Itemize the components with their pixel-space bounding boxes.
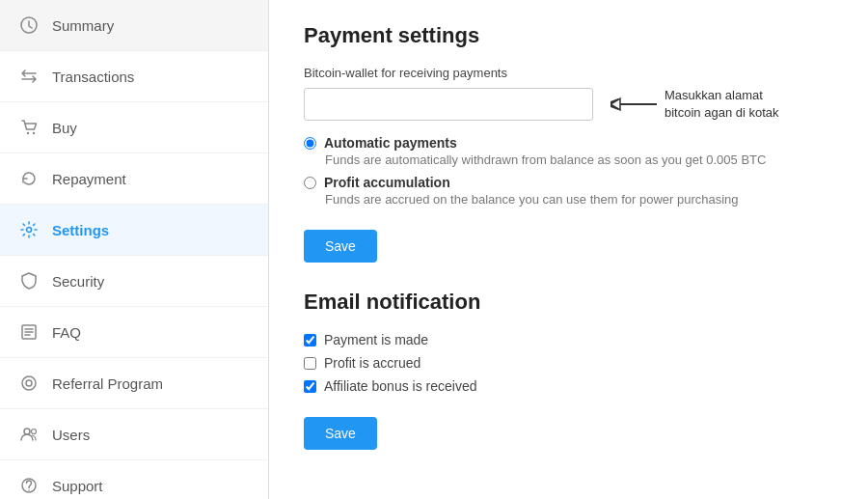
repayment-icon [19,169,39,188]
profit-accum-desc: Funds are accrued on the balance you can… [325,192,833,207]
email-save-button[interactable]: Save [304,417,377,450]
affiliate-bonus-checkbox[interactable] [304,380,316,393]
sidebar-item-settings[interactable]: Settings [0,205,268,256]
checkbox-affiliate-bonus: Affiliate bonus is received [304,378,833,394]
profit-accum-label[interactable]: Profit accumulation [304,175,833,190]
main-content: Payment settings Bitcoin-wallet for rece… [269,0,868,499]
wallet-row: Masukkan alamat bitcoin agan di kotak [304,87,833,122]
sidebar-label-referral: Referral Program [52,375,163,392]
annotation-arrow-icon [610,91,659,118]
svg-marker-13 [610,98,620,110]
payment-settings-title: Payment settings [304,23,833,48]
wallet-label: Bitcoin-wallet for receiving payments [304,66,833,80]
annotation: Masukkan alamat bitcoin agan di kotak [610,87,790,122]
users-icon [19,425,39,444]
referral-icon [19,374,39,393]
auto-payments-label[interactable]: Automatic payments [304,135,833,151]
payment-type-group: Automatic payments Funds are automatical… [304,135,833,207]
sidebar-label-faq: FAQ [52,324,81,341]
sidebar: Summary Transactions Buy Repayment Setti… [0,0,269,499]
svg-point-2 [33,132,35,134]
profit-accrued-checkbox[interactable] [304,357,316,370]
auto-payments-desc: Funds are automatically withdrawn from b… [325,152,833,167]
svg-point-5 [22,376,36,390]
sidebar-label-security: Security [52,273,104,290]
sidebar-item-faq[interactable]: FAQ [0,307,268,358]
sidebar-label-support: Support [52,478,103,494]
profit-accum-radio[interactable] [304,177,316,189]
checkbox-profit-accrued: Profit is accrued [304,355,833,371]
sidebar-item-referral[interactable]: Referral Program [0,358,268,409]
summary-icon [19,15,39,35]
sidebar-label-transactions: Transactions [52,69,134,85]
profit-accum-option: Profit accumulation Funds are accrued on… [304,175,833,207]
wallet-input[interactable] [304,88,593,121]
sidebar-item-buy[interactable]: Buy [0,102,268,153]
auto-payments-option: Automatic payments Funds are automatical… [304,135,833,167]
faq-icon [19,322,39,342]
email-checkbox-group: Payment is made Profit is accrued Affili… [304,332,833,394]
sidebar-item-repayment[interactable]: Repayment [0,153,268,205]
auto-payments-radio[interactable] [304,137,316,150]
svg-point-6 [26,380,32,386]
svg-point-8 [32,430,37,434]
payment-made-label: Payment is made [324,332,428,347]
email-section-title: Email notification [304,290,833,315]
buy-icon [19,118,39,137]
payment-made-checkbox[interactable] [304,334,316,347]
sidebar-label-users: Users [52,427,90,443]
svg-point-3 [27,228,32,233]
profit-accrued-label: Profit is accrued [324,355,420,371]
affiliate-bonus-label: Affiliate bonus is received [324,378,477,394]
svg-point-7 [24,429,30,434]
support-icon [19,476,39,495]
svg-point-10 [28,489,30,491]
sidebar-item-transactions[interactable]: Transactions [0,51,268,102]
sidebar-label-summary: Summary [52,17,114,34]
sidebar-label-repayment: Repayment [52,171,126,187]
sidebar-item-users[interactable]: Users [0,409,268,460]
sidebar-label-settings: Settings [52,222,109,238]
transactions-icon [19,67,39,86]
sidebar-label-buy: Buy [52,120,77,136]
checkbox-payment-made: Payment is made [304,332,833,347]
annotation-text: Masukkan alamat bitcoin agan di kotak [665,87,790,122]
sidebar-item-support[interactable]: Support [0,460,268,499]
sidebar-item-security[interactable]: Security [0,256,268,307]
sidebar-item-summary[interactable]: Summary [0,0,268,51]
security-icon [19,271,39,291]
payment-save-button[interactable]: Save [304,230,377,263]
wallet-field-group: Bitcoin-wallet for receiving payments Ma… [304,66,833,122]
settings-icon [19,220,39,239]
svg-point-1 [27,132,29,134]
email-notification-section: Email notification Payment is made Profi… [304,290,833,450]
